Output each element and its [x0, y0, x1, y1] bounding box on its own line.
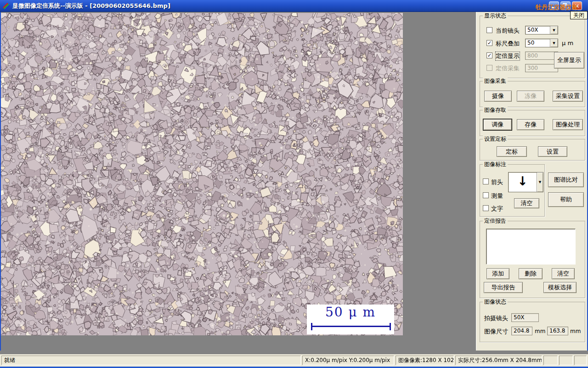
combo-current-lens-value: 50X — [526, 26, 550, 34]
label-arrow: 箭头 — [491, 178, 503, 186]
down-arrow-icon: ↓ — [509, 172, 537, 192]
group-report-label: 定倍报告 — [483, 218, 508, 224]
statusbar: 就绪 X:0.200μ m/pix Y:0.200μ m/pix 图像像素:12… — [0, 354, 588, 367]
arrow-style-combo[interactable]: ↓ ▼ — [508, 172, 543, 192]
window-border-left — [0, 12, 1, 354]
group-image-status-label: 图像状态 — [483, 299, 508, 305]
label-mm-1: mm — [535, 328, 545, 334]
help-button[interactable]: 帮助 — [548, 192, 584, 207]
annotation-clear-button[interactable]: 清空 — [514, 198, 539, 208]
label-current-lens: 当前镜头 — [496, 27, 520, 35]
field-image-height: 163.8 — [547, 327, 568, 335]
minimize-icon — [551, 7, 555, 8]
dropdown-icon[interactable]: ▼ — [537, 172, 543, 192]
minimize-button[interactable] — [549, 1, 559, 10]
label-fixed-display: 定倍显示 — [496, 52, 520, 60]
capture-settings-button[interactable]: 采集设置 — [553, 91, 583, 102]
input-fixed-display: 800 — [525, 52, 558, 60]
save-image-button[interactable]: 存像 — [517, 119, 544, 130]
restore-button[interactable] — [560, 1, 571, 10]
scalebar-tick-left — [311, 323, 312, 330]
freeze-button: 冻像 — [517, 91, 544, 102]
status-empty-1 — [543, 356, 558, 365]
image-process-button[interactable]: 图像处理 — [553, 119, 583, 130]
shoot-button[interactable]: 摄像 — [484, 91, 512, 102]
status-image-pixels: 图像像素:1280 X 1024 — [396, 356, 454, 365]
calibrate-button[interactable]: 定标 — [497, 146, 527, 157]
status-empty-2 — [559, 356, 573, 365]
report-clear-button[interactable]: 清空 — [552, 268, 575, 279]
micrograph-image[interactable] — [1, 13, 403, 335]
fullscreen-button[interactable]: 全屏显示 — [554, 52, 584, 69]
export-report-button[interactable]: 导出报告 — [484, 282, 523, 293]
label-measure: 测量 — [491, 192, 503, 200]
label-scale-overlay: 标尺叠加 — [496, 40, 520, 48]
group-storage-label: 图像存取 — [483, 107, 508, 114]
close-tooltip: 关闭 — [570, 11, 588, 19]
status-ready: 就绪 — [1, 356, 301, 365]
template-select-button[interactable]: 模板选择 — [543, 282, 577, 293]
atlas-compare-button[interactable]: 图谱比对 — [548, 172, 584, 187]
combo-current-lens[interactable]: 50X ▼ — [525, 26, 558, 34]
scalebar-tick-right — [390, 323, 391, 330]
status-empty-3 — [574, 356, 587, 365]
label-mm-2: mm — [570, 328, 581, 334]
workspace: 50 μ m 显示状态 当前镜头 50X ▼ ✓ 标尺叠加 50 ▼ μ m ✓… — [0, 12, 588, 354]
label-text: 文字 — [491, 205, 503, 213]
group-calibration-label: 设置定标 — [483, 136, 508, 143]
label-shoot-lens: 拍摄镜头 — [484, 314, 508, 322]
status-actual-size: 实际尺寸:256.0mm X 204.8mm — [455, 356, 542, 365]
checkbox-arrow[interactable] — [483, 178, 489, 184]
checkbox-scale-overlay[interactable]: ✓ — [486, 40, 492, 46]
dropdown-icon[interactable]: ▼ — [550, 26, 558, 34]
report-add-button[interactable]: 添加 — [486, 268, 509, 279]
label-fixed-capture: 定倍采集 — [496, 64, 520, 73]
calib-setup-button[interactable]: 设置 — [538, 146, 567, 157]
label-micron-unit: μ m — [562, 40, 573, 46]
checkbox-fixed-display[interactable]: ✓ — [486, 52, 492, 58]
report-listbox[interactable] — [486, 229, 576, 264]
status-pixel-scale: X:0.200μ m/pix Y:0.200μ m/pix — [302, 356, 394, 365]
checkbox-text[interactable] — [483, 205, 489, 211]
titlebar: 显微图像定倍系统--演示版 - [20090602055646.bmp] × 牡… — [0, 0, 588, 12]
statusbar-divider — [0, 351, 588, 354]
checkbox-measure[interactable] — [483, 192, 489, 198]
scalebar: 50 μ m — [307, 305, 394, 334]
scalebar-line — [312, 326, 390, 327]
checkbox-fixed-capture — [486, 65, 492, 71]
report-delete-button[interactable]: 删除 — [519, 268, 543, 279]
combo-scale-value[interactable]: 50 ▼ — [525, 39, 558, 47]
load-image-button[interactable]: 调像 — [483, 119, 512, 130]
field-image-width: 204.8 — [511, 327, 532, 335]
dropdown-icon[interactable]: ▼ — [550, 39, 558, 47]
input-fixed-capture: 300 — [525, 64, 558, 72]
close-button[interactable]: × — [572, 1, 582, 10]
group-calibration: 设置定标 — [480, 139, 585, 161]
field-shoot-lens: 50X — [511, 313, 539, 322]
checkbox-current-lens[interactable] — [486, 27, 492, 33]
app-icon — [2, 2, 10, 10]
combo-scale-value-text: 50 — [526, 39, 550, 47]
scalebar-label: 50 μ m — [307, 305, 394, 320]
close-icon: × — [572, 2, 582, 10]
window-title: 显微图像定倍系统--演示版 - [20090602055646.bmp] — [12, 2, 170, 10]
group-annotation-label: 图像标注 — [483, 161, 508, 168]
control-panel: 显示状态 当前镜头 50X ▼ ✓ 标尺叠加 50 ▼ μ m ✓ 定倍显示 8… — [476, 12, 587, 351]
group-capture-label: 图像采集 — [483, 78, 508, 85]
label-image-size: 图像尺寸 — [484, 328, 508, 336]
group-display-status-label: 显示状态 — [483, 12, 508, 19]
